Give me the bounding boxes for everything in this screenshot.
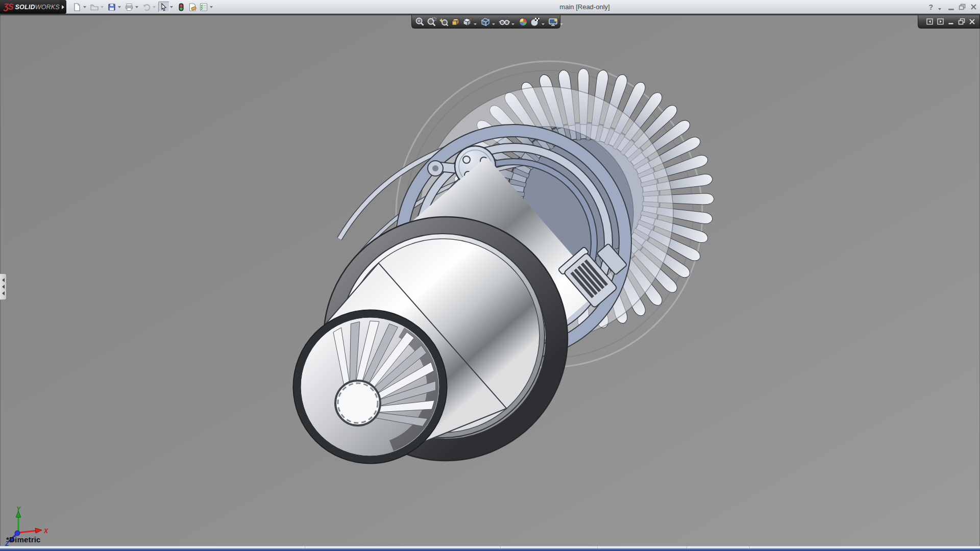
rebuild-traffic-light-icon	[177, 3, 186, 12]
display-style-icon	[480, 17, 491, 27]
engine-model-3d[interactable]	[1, 0, 980, 551]
featuremanager-collapse-tab[interactable]	[0, 273, 7, 300]
options-dropdown-caret[interactable]	[210, 6, 213, 8]
zoom-to-fit-button[interactable]	[415, 16, 425, 28]
document-restore-button[interactable]	[958, 18, 965, 25]
view-orientation-icon	[462, 17, 472, 27]
brand-name-light: WORKS	[35, 4, 60, 11]
window-close-button[interactable]	[970, 4, 977, 10]
view-settings-caret[interactable]	[560, 23, 563, 25]
previous-view-button[interactable]	[438, 16, 449, 28]
open-dropdown-caret[interactable]	[101, 6, 104, 8]
file-properties-icon	[188, 3, 197, 12]
triad-y-label: Y	[16, 506, 21, 513]
previous-pane-button[interactable]	[926, 18, 934, 25]
graphics-viewport[interactable]	[0, 15, 980, 546]
scene-checker-ball-icon	[530, 17, 540, 27]
view-settings-icon	[548, 17, 558, 27]
new-document-icon	[72, 3, 82, 12]
brand-name-bold: SOLID	[15, 4, 35, 11]
apply-scene-button[interactable]	[530, 16, 540, 28]
zoom-to-area-button[interactable]	[427, 16, 437, 28]
section-view-button[interactable]	[450, 16, 460, 28]
view-orientation-button[interactable]	[462, 16, 472, 28]
headsup-view-toolbar	[411, 15, 560, 29]
hide-show-caret[interactable]	[511, 23, 514, 25]
select-cursor-icon	[159, 3, 168, 12]
spline-hub[interactable]	[335, 381, 380, 425]
print-dropdown-caret[interactable]	[135, 6, 138, 8]
rebuild-button[interactable]	[176, 2, 187, 12]
zoom-to-fit-icon	[415, 17, 425, 27]
hide-show-items-button[interactable]	[499, 16, 510, 28]
print-button[interactable]	[124, 2, 135, 12]
undo-dropdown-caret[interactable]	[153, 6, 156, 8]
solidworks-logo: ƷS SOLIDWORKS	[0, 0, 60, 14]
left-arrow-icon	[2, 291, 5, 295]
left-arrow-icon	[2, 285, 5, 289]
file-properties-button[interactable]	[187, 2, 198, 12]
help-dropdown-caret[interactable]	[938, 8, 941, 10]
display-style-button[interactable]	[480, 16, 491, 28]
main-toolbar	[71, 1, 215, 13]
save-button[interactable]	[106, 2, 117, 12]
display-style-caret[interactable]	[492, 23, 495, 25]
view-orientation-caret[interactable]	[474, 23, 477, 25]
window-minimize-button[interactable]	[948, 9, 954, 10]
previous-view-icon	[438, 17, 449, 27]
left-arrow-icon	[2, 278, 5, 282]
toolbar-separator-line	[0, 14, 980, 15]
help-icon[interactable]: ?	[928, 3, 933, 11]
view-orientation-label: *Dimetric	[6, 535, 41, 544]
eyeglasses-icon	[499, 17, 510, 27]
right-arrow-icon	[62, 5, 64, 9]
document-close-button[interactable]	[969, 18, 975, 25]
new-document-button[interactable]	[71, 2, 83, 12]
document-minimize-button[interactable]	[948, 18, 954, 25]
section-view-icon	[450, 17, 460, 27]
select-dropdown-caret[interactable]	[170, 6, 173, 8]
print-icon	[125, 3, 134, 12]
zoom-to-area-icon	[427, 17, 437, 27]
new-dropdown-caret[interactable]	[83, 6, 86, 8]
titlebar[interactable]: ƷS SOLIDWORKS main [Read-on	[0, 0, 980, 14]
taskbar-top-edge	[0, 548, 980, 551]
next-pane-button[interactable]	[937, 18, 944, 25]
document-title: main [Read-only]	[540, 3, 629, 11]
save-floppy-icon	[107, 3, 116, 12]
window-restore-button[interactable]	[959, 4, 966, 10]
edit-appearance-button[interactable]	[518, 16, 528, 28]
brand-glyph: ƷS	[4, 3, 13, 12]
titlebar-window-controls: ?	[928, 0, 977, 14]
open-document-button[interactable]	[89, 2, 100, 12]
triad-x-label: X	[43, 528, 48, 535]
appearance-ball-icon	[518, 17, 528, 27]
open-folder-icon	[90, 3, 99, 12]
document-window-controls	[918, 15, 980, 29]
options-checklist-icon	[199, 3, 208, 12]
save-dropdown-caret[interactable]	[118, 6, 121, 8]
menu-flyout-arrow[interactable]	[60, 0, 66, 14]
undo-icon	[142, 3, 151, 12]
select-button[interactable]	[158, 2, 169, 12]
options-button[interactable]	[198, 2, 209, 12]
undo-button[interactable]	[141, 2, 152, 12]
view-settings-button[interactable]	[548, 16, 558, 28]
apply-scene-caret[interactable]	[542, 23, 545, 25]
